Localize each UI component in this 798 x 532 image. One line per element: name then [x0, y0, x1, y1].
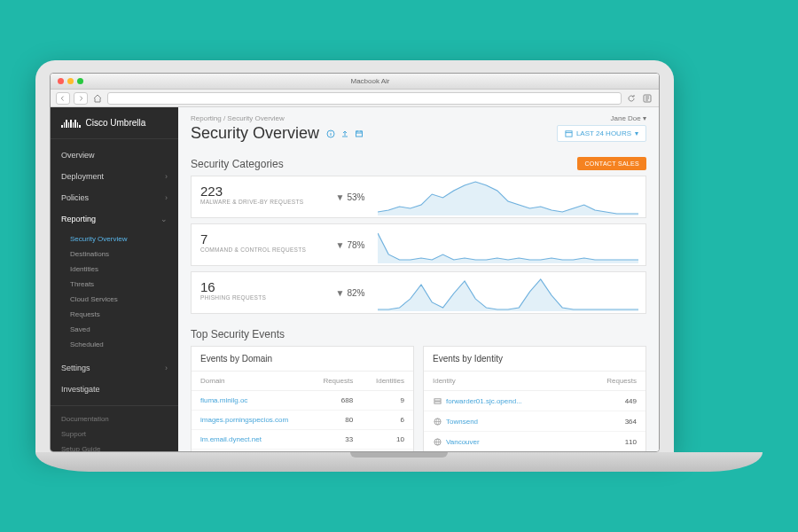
category-trend: ▼82% — [326, 272, 374, 313]
subnav-scheduled[interactable]: Scheduled — [51, 337, 178, 352]
domain-link[interactable]: images.porningspecios.com — [192, 411, 309, 430]
category-label: COMMAND & CONTROL REQUESTS — [200, 246, 317, 253]
category-card-c2[interactable]: 7 COMMAND & CONTROL REQUESTS ▼78% — [191, 223, 646, 266]
subnav-destinations[interactable]: Destinations — [51, 246, 178, 262]
sidebar-subnav-reporting: Security Overview Destinations Identitie… — [51, 230, 178, 357]
category-sparkline — [374, 272, 645, 313]
address-bar[interactable] — [107, 92, 622, 105]
footer-setup-guide[interactable]: Setup Guide — [51, 442, 178, 452]
footer-documentation[interactable]: Documentation — [51, 411, 178, 426]
category-count: 7 — [200, 231, 317, 246]
subnav-security-overview[interactable]: Security Overview — [51, 231, 178, 246]
col-domain[interactable]: Domain — [192, 372, 309, 391]
subnav-cloud-services[interactable]: Cloud Services — [51, 292, 178, 307]
brand-name: Cisco Umbrella — [86, 118, 146, 128]
domain-link[interactable]: fiuma.minilg.oc — [192, 391, 309, 411]
svg-rect-4 — [434, 398, 440, 400]
forward-button[interactable] — [74, 92, 88, 105]
panel-events-by-identity: Events by Identity Identity Requests for… — [423, 346, 646, 452]
sidebar-item-label: Investigate — [61, 385, 100, 394]
subnav-saved[interactable]: Saved — [51, 322, 178, 337]
panel-title: Events by Domain — [192, 347, 413, 372]
subnav-threats[interactable]: Threats — [51, 277, 178, 292]
category-card-malware[interactable]: 223 MALWARE & DRIVE-BY REQUESTS ▼53% — [191, 176, 646, 218]
category-label: PHISHING REQUESTS — [200, 294, 317, 301]
home-icon[interactable] — [91, 92, 104, 105]
time-range-label: LAST 24 HOURS — [576, 129, 631, 137]
refresh-icon[interactable] — [625, 92, 638, 105]
laptop-base — [35, 452, 763, 472]
identity-link[interactable]: Vancouver — [446, 438, 480, 446]
server-icon — [433, 396, 442, 405]
cisco-logo-icon — [61, 119, 81, 128]
category-trend: ▼78% — [326, 224, 374, 265]
table-row[interactable]: forwarder01.sjc.opend... 449 — [424, 391, 645, 411]
site-icon — [433, 437, 442, 446]
sidebar-item-policies[interactable]: Policies › — [51, 187, 178, 208]
close-window-icon[interactable] — [58, 78, 64, 84]
col-identities[interactable]: Identities — [362, 372, 413, 391]
sidebar-item-deployment[interactable]: Deployment › — [51, 166, 178, 187]
chevron-down-icon: ▾ — [635, 129, 638, 137]
chevron-right-icon: › — [165, 172, 168, 181]
table-row[interactable]: Townsend 364 — [424, 411, 645, 432]
brand: Cisco Umbrella — [51, 107, 178, 139]
user-menu[interactable]: Jane Doe ▾ — [611, 114, 646, 122]
subnav-requests[interactable]: Requests — [51, 307, 178, 322]
sidebar: Cisco Umbrella Overview Deployment › Pol… — [51, 107, 178, 452]
minimize-window-icon[interactable] — [67, 78, 74, 84]
browser-toolbar — [51, 90, 659, 107]
table-row[interactable]: fiuma.minilg.oc 688 9 — [192, 391, 413, 411]
sidebar-item-settings[interactable]: Settings › — [51, 357, 178, 379]
maximize-window-icon[interactable] — [77, 78, 83, 84]
chevron-right-icon: › — [165, 364, 168, 372]
category-sparkline — [374, 176, 645, 217]
back-button[interactable] — [56, 92, 70, 105]
site-icon — [433, 417, 442, 426]
window-title-bar: Macbook Air — [51, 74, 659, 90]
svg-rect-3 — [566, 131, 572, 137]
down-arrow-icon: ▼ — [336, 240, 345, 250]
schedule-icon[interactable] — [355, 129, 364, 138]
category-label: MALWARE & DRIVE-BY REQUESTS — [200, 199, 317, 205]
sidebar-item-label: Deployment — [61, 172, 104, 181]
sidebar-item-overview[interactable]: Overview — [51, 145, 178, 166]
panel-title: Events by Identity — [424, 347, 645, 372]
sidebar-item-label: Overview — [61, 151, 95, 160]
sidebar-item-label: Policies — [61, 193, 89, 202]
col-requests[interactable]: Requests — [577, 372, 645, 391]
panel-events-by-domain: Events by Domain Domain Requests Identit… — [191, 346, 414, 452]
col-identity[interactable]: Identity — [424, 372, 577, 391]
subnav-identities[interactable]: Identities — [51, 262, 178, 277]
info-icon[interactable] — [326, 129, 335, 138]
category-sparkline — [374, 224, 645, 265]
identity-link[interactable]: Townsend — [446, 418, 478, 426]
table-row[interactable]: lm.email.dynect.net 33 10 — [192, 430, 413, 450]
chevron-right-icon: › — [165, 193, 168, 202]
table-row[interactable]: images.porningspecios.com 80 6 — [192, 411, 413, 430]
chevron-down-icon: ⌄ — [160, 215, 168, 223]
identity-link[interactable]: forwarder01.sjc.opend... — [446, 397, 522, 405]
category-count: 16 — [200, 279, 317, 294]
domain-link[interactable]: lm.email.dynect.net — [192, 430, 309, 450]
breadcrumb: Reporting / Security Overview — [191, 114, 285, 122]
footer-support[interactable]: Support — [51, 426, 178, 442]
col-requests[interactable]: Requests — [309, 372, 362, 391]
sidebar-item-investigate[interactable]: Investigate — [51, 379, 178, 400]
table-row[interactable]: Vancouver 110 — [424, 432, 645, 452]
page-title: Security Overview — [191, 124, 319, 143]
section-title-events: Top Security Events — [191, 328, 285, 340]
export-icon[interactable] — [340, 129, 349, 138]
sidebar-item-reporting[interactable]: Reporting ⌄ — [51, 208, 178, 230]
window-title: Macbook Air — [89, 77, 652, 85]
contact-sales-button[interactable]: CONTACT SALES — [577, 157, 646, 170]
main-content: Reporting / Security Overview Jane Doe ▾… — [178, 107, 659, 452]
sidebar-item-label: Settings — [61, 364, 90, 372]
calendar-icon — [565, 129, 573, 137]
reader-icon[interactable] — [641, 92, 653, 105]
category-count: 223 — [200, 184, 317, 199]
section-title-categories: Security Categories — [191, 158, 284, 170]
down-arrow-icon: ▼ — [336, 192, 345, 202]
category-card-phishing[interactable]: 16 PHISHING REQUESTS ▼82% — [191, 271, 646, 314]
time-range-button[interactable]: LAST 24 HOURS ▾ — [557, 125, 646, 142]
